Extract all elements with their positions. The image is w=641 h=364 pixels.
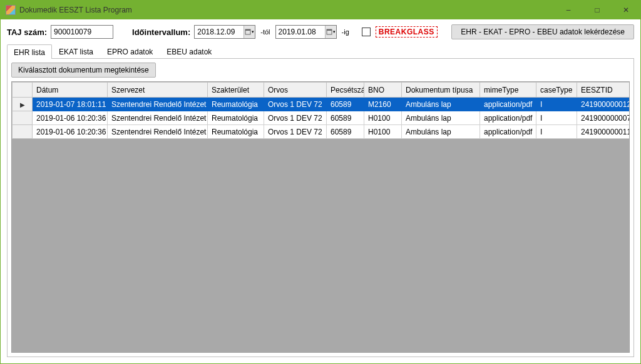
taj-input[interactable] (51, 25, 113, 39)
row-indicator-icon: ▶ (20, 101, 25, 108)
app-icon (6, 5, 16, 15)
app-window: Dokumedik EESZT Lista Program – □ ✕ TAJ … (0, 0, 641, 364)
cell[interactable]: I (536, 98, 577, 111)
col-datum[interactable]: Dátum (33, 83, 108, 98)
col-orvos[interactable]: Orvos (264, 83, 327, 98)
client-area: TAJ szám: Időintervallum: ▾ -tól ▾ -ig (1, 19, 640, 363)
svg-rect-3 (327, 29, 332, 31)
svg-rect-1 (245, 29, 250, 31)
row-header[interactable]: ▶ (13, 98, 33, 111)
cell[interactable]: 241900000011910394 (577, 125, 630, 139)
row-header[interactable] (13, 111, 33, 125)
cell[interactable]: 60589 (327, 125, 364, 139)
cell[interactable]: 2019-01-07 18:01:11 (33, 98, 108, 111)
cell[interactable]: 2019-01-06 10:20:36 (33, 111, 108, 125)
cell[interactable]: H0100 (364, 125, 402, 139)
tabstrip: EHR lista EKAT lista EPRO adatok EBEU ad… (7, 43, 634, 58)
cell[interactable]: Orvos 1 DEV 72 (264, 125, 327, 139)
titlebar[interactable]: Dokumedik EESZT Lista Program – □ ✕ (1, 1, 640, 19)
grid-header-row: Dátum Szervezet Szakterület Orvos Pecsét… (13, 83, 630, 98)
col-casetype[interactable]: caseType (536, 83, 577, 98)
col-pecsetszam[interactable]: Pecsétszám (327, 83, 364, 98)
breakglass-label: BREAKGLASS (376, 26, 438, 38)
taj-label: TAJ szám: (7, 28, 47, 37)
date-from-dropdown-icon[interactable]: ▾ (244, 26, 255, 38)
cell[interactable]: 60589 (327, 111, 364, 125)
tab-epro-adatok[interactable]: EPRO adatok (100, 44, 160, 59)
view-document-button[interactable]: Kiválasztott dokumentum megtekintése (11, 63, 156, 78)
cell[interactable]: Szentendrei Rendelő Intézet 72 (108, 98, 208, 111)
tab-ekat-lista[interactable]: EKAT lista (52, 44, 100, 59)
tab-ehr-lista[interactable]: EHR lista (7, 44, 52, 59)
suffix-to: -ig (341, 28, 351, 36)
maximize-button[interactable]: □ (583, 1, 612, 19)
cell[interactable]: Ambuláns lap (402, 98, 480, 111)
cell[interactable]: M2160 (364, 98, 402, 111)
row-header[interactable] (13, 125, 33, 139)
cell[interactable]: Ambuláns lap (402, 125, 480, 139)
date-from-picker[interactable]: ▾ (194, 25, 255, 39)
cell[interactable]: 241900000007339617 (577, 111, 630, 125)
cell[interactable]: Szentendrei Rendelő Intézet 72 (108, 125, 208, 139)
query-button[interactable]: EHR - EKAT - EPRO - EBEU adatok lekérdez… (451, 24, 634, 39)
cell[interactable]: I (536, 111, 577, 125)
col-dokumentum-tipusa[interactable]: Dokumentum típusa (402, 83, 480, 98)
toolbar: TAJ szám: Időintervallum: ▾ -tól ▾ -ig (7, 24, 634, 39)
cell[interactable]: I (536, 125, 577, 139)
cell[interactable]: Ambuláns lap (402, 111, 480, 125)
interval-label: Időintervallum: (132, 28, 190, 37)
cell[interactable]: application/pdf (480, 98, 536, 111)
cell[interactable]: application/pdf (480, 125, 536, 139)
date-from-input[interactable] (195, 26, 244, 38)
breakglass-checkbox[interactable] (362, 28, 371, 36)
tab-ebeu-adatok[interactable]: EBEU adatok (160, 44, 218, 59)
cell[interactable]: Reumatológia (208, 98, 264, 111)
close-button[interactable]: ✕ (612, 1, 640, 19)
cell[interactable]: Reumatológia (208, 125, 264, 139)
cell[interactable]: 60589 (327, 98, 364, 111)
cell[interactable]: Szentendrei Rendelő Intézet 72 (108, 111, 208, 125)
table-row[interactable]: 2019-01-06 10:20:36Szentendrei Rendelő I… (13, 125, 630, 139)
data-grid[interactable]: Dátum Szervezet Szakterület Orvos Pecsét… (11, 81, 630, 353)
cell[interactable]: application/pdf (480, 111, 536, 125)
col-mimetype[interactable]: mimeType (480, 83, 536, 98)
cell[interactable]: Reumatológia (208, 111, 264, 125)
tab-panel: Kiválasztott dokumentum megtekintése Dát… (7, 58, 634, 357)
col-eesztid[interactable]: EESZTID (577, 83, 630, 98)
table-row[interactable]: 2019-01-06 10:20:36Szentendrei Rendelő I… (13, 111, 630, 125)
col-szervezet[interactable]: Szervezet (108, 83, 208, 98)
date-to-input[interactable] (276, 26, 325, 38)
suffix-from: -tól (259, 28, 271, 36)
date-to-picker[interactable]: ▾ (275, 25, 337, 39)
cell[interactable]: 241900000012205587 (577, 98, 630, 111)
date-to-dropdown-icon[interactable]: ▾ (325, 26, 336, 38)
table-row[interactable]: ▶2019-01-07 18:01:11Szentendrei Rendelő … (13, 98, 630, 111)
cell[interactable]: H0100 (364, 111, 402, 125)
col-szakterulet[interactable]: Szakterület (208, 83, 264, 98)
minimize-button[interactable]: – (554, 1, 583, 19)
window-title: Dokumedik EESZT Lista Program (19, 6, 132, 14)
cell[interactable]: Orvos 1 DEV 72 (264, 111, 327, 125)
cell[interactable]: 2019-01-06 10:20:36 (33, 125, 108, 139)
cell[interactable]: Orvos 1 DEV 72 (264, 98, 327, 111)
col-bno[interactable]: BNO (364, 83, 402, 98)
grid-corner[interactable] (13, 83, 33, 98)
